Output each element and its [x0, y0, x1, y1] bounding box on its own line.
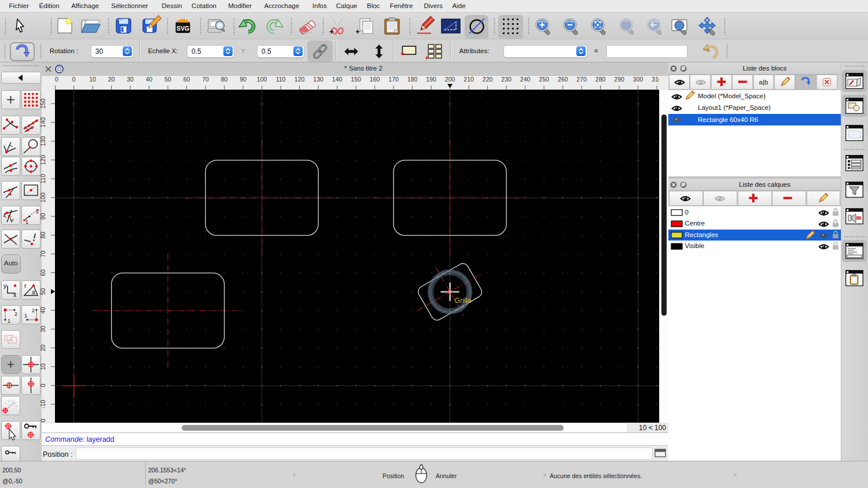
svg-text:280: 280: [595, 76, 606, 83]
svg-text:190: 190: [426, 76, 436, 83]
svg-text:-10: -10: [39, 400, 46, 408]
svg-text:0: 0: [39, 384, 46, 387]
svg-text:170: 170: [388, 76, 399, 83]
svg-text:120: 120: [39, 155, 46, 165]
svg-text:140: 140: [332, 76, 343, 83]
svg-text:10: 10: [39, 363, 46, 370]
svg-text:300: 300: [633, 76, 643, 83]
svg-text:10: 10: [89, 76, 96, 83]
svg-text:50: 50: [164, 76, 171, 83]
svg-text:100: 100: [39, 193, 46, 203]
svg-text:-20: -20: [39, 419, 46, 423]
svg-text:270: 270: [576, 76, 587, 83]
svg-text:80: 80: [39, 232, 46, 239]
svg-text:30: 30: [127, 76, 134, 83]
svg-text:40: 40: [146, 76, 153, 83]
svg-text:110: 110: [276, 76, 286, 83]
svg-text:0: 0: [72, 76, 76, 83]
svg-text:70: 70: [39, 250, 46, 257]
svg-text:150: 150: [39, 98, 46, 109]
svg-text:130: 130: [39, 136, 46, 146]
svg-text:120: 120: [295, 76, 305, 83]
svg-text:20: 20: [39, 345, 46, 352]
svg-text:60: 60: [39, 269, 46, 276]
svg-text:220: 220: [483, 76, 493, 83]
svg-text:20: 20: [108, 76, 115, 83]
svg-text:90: 90: [240, 76, 247, 83]
svg-text:30: 30: [39, 326, 46, 332]
svg-text:60: 60: [183, 76, 190, 83]
svg-text:90: 90: [39, 213, 46, 220]
svg-text:160: 160: [370, 76, 380, 83]
svg-text:310: 310: [652, 76, 659, 83]
svg-text:70: 70: [202, 76, 209, 83]
svg-text:Grille: Grille: [455, 296, 472, 304]
svg-text:50: 50: [39, 288, 46, 295]
svg-text:200: 200: [445, 76, 455, 83]
svg-text:250: 250: [539, 76, 549, 83]
svg-text:290: 290: [614, 76, 624, 83]
svg-text:40: 40: [39, 307, 46, 314]
svg-text:80: 80: [221, 76, 228, 83]
svg-text:140: 140: [39, 117, 46, 128]
svg-text:210: 210: [464, 76, 474, 83]
svg-text:260: 260: [558, 76, 568, 83]
svg-text:180: 180: [407, 76, 418, 83]
svg-text:230: 230: [501, 76, 512, 83]
svg-text:100: 100: [257, 76, 267, 83]
svg-text:130: 130: [313, 76, 323, 83]
svg-text:150: 150: [351, 76, 361, 83]
svg-text:110: 110: [39, 174, 46, 184]
svg-text:240: 240: [520, 76, 531, 83]
